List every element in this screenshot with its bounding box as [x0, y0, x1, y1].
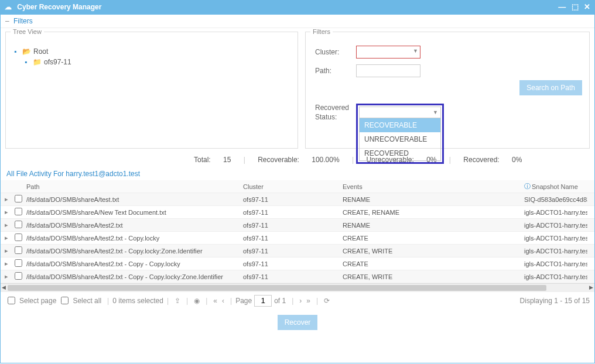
- recovered-label: Recovered:: [463, 156, 499, 164]
- cell-path: /ifs/data/DO/SMB/shareA/test2.txt - Copy…: [24, 248, 241, 255]
- cell-snapshot: igls-ADCTO1-harry.test1-: [522, 273, 587, 280]
- last-page-icon[interactable]: »: [306, 297, 310, 305]
- page-label: Page: [235, 297, 252, 305]
- cell-cluster: ofs97-11: [241, 222, 340, 229]
- cell-snapshot: igls-ADCTO1-harry.test1-: [522, 235, 587, 242]
- table-row[interactable]: ▸/ifs/data/DO/SMB/shareA/test2.txtofs97-…: [1, 219, 594, 232]
- row-checkbox[interactable]: [15, 195, 22, 202]
- col-snapshot[interactable]: ⓘ Snapshot Name: [522, 182, 587, 191]
- cell-path: /ifs/data/DO/SMB/shareA/test2.txt: [24, 222, 241, 229]
- window-title: Cyber Recovery Manager: [17, 3, 101, 11]
- recovered-value: 0%: [512, 156, 522, 164]
- col-events[interactable]: Events: [340, 183, 522, 190]
- expand-row-icon[interactable]: ▸: [1, 208, 12, 216]
- filters-section-header[interactable]: – Filters: [1, 15, 594, 28]
- recovered-status-list: RECOVERABLE UNRECOVERABLE RECOVERED: [359, 118, 441, 161]
- refresh-icon[interactable]: ⟳: [324, 297, 330, 305]
- expand-row-icon[interactable]: ▸: [1, 195, 12, 203]
- tree-root-label: Root: [33, 47, 48, 56]
- cell-cluster: ofs97-11: [241, 196, 340, 203]
- search-on-path-button[interactable]: Search on Path: [519, 80, 582, 95]
- table-row[interactable]: ▸/ifs/data/DO/SMB/shareA/test.txtofs97-1…: [1, 193, 594, 206]
- table-row[interactable]: ▸/ifs/data/DO/SMB/shareA/New Text Docume…: [1, 206, 594, 219]
- cell-snapshot: igls-ADCTO1-harry.test1-: [522, 260, 587, 267]
- first-page-icon[interactable]: «: [213, 297, 217, 305]
- cell-events: RENAME: [340, 196, 522, 203]
- row-checkbox[interactable]: [15, 246, 22, 254]
- row-checkbox[interactable]: [15, 233, 22, 241]
- filters-legend: Filters: [310, 28, 333, 35]
- expand-row-icon[interactable]: ▸: [1, 234, 12, 242]
- select-page-checkbox[interactable]: [8, 297, 15, 304]
- recover-button[interactable]: Recover: [278, 315, 318, 330]
- cluster-select[interactable]: [356, 46, 420, 59]
- table-row[interactable]: ▸/ifs/data/DO/SMB/shareA/test2.txt - Cop…: [1, 245, 594, 257]
- option-recovered[interactable]: RECOVERED: [360, 146, 440, 160]
- cell-path: /ifs/data/DO/SMB/shareA/test2.txt - Copy…: [24, 260, 241, 267]
- folder-icon: 📁: [33, 58, 42, 66]
- expand-row-icon[interactable]: ▸: [1, 260, 12, 267]
- cell-events: CREATE, WRITE: [340, 273, 522, 280]
- tree-child-label: ofs97-11: [44, 58, 71, 66]
- col-cluster[interactable]: Cluster: [241, 183, 340, 190]
- cell-path: /ifs/data/DO/SMB/shareA/test2.txt - Copy…: [24, 235, 241, 242]
- expand-row-icon[interactable]: ▸: [1, 247, 12, 255]
- scroll-left-icon[interactable]: ◀: [2, 284, 6, 290]
- cell-snapshot: igls-ADCTO1-harry.test1-: [522, 248, 587, 255]
- folder-open-icon: 📂: [22, 47, 31, 56]
- cell-cluster: ofs97-11: [241, 273, 340, 280]
- export-icon[interactable]: ⇪: [175, 297, 180, 305]
- maximize-icon[interactable]: ⬚: [572, 2, 579, 11]
- cell-events: RENAME: [340, 222, 522, 229]
- cell-events: CREATE: [340, 235, 522, 242]
- tree-collapse-icon[interactable]: ▪: [14, 47, 21, 56]
- cell-path: /ifs/data/DO/SMB/shareA/test2.txt - Copy…: [24, 273, 241, 280]
- scroll-thumb[interactable]: [8, 285, 546, 291]
- cell-cluster: ofs97-11: [241, 209, 340, 216]
- expand-row-icon[interactable]: ▸: [1, 273, 12, 280]
- chevron-down-icon: ▼: [433, 109, 438, 115]
- tree-view-panel: Tree View ▪ 📂 Root ▪ 📁 ofs97-11: [5, 32, 298, 149]
- recoverable-value: 100.00%: [312, 156, 339, 164]
- camera-icon[interactable]: ◉: [194, 297, 200, 305]
- expand-row-icon[interactable]: ▸: [1, 221, 12, 229]
- page-number-input[interactable]: [254, 295, 272, 307]
- scroll-right-icon[interactable]: ▶: [589, 284, 593, 290]
- horizontal-scrollbar[interactable]: ◀ ▶: [1, 283, 594, 291]
- cell-cluster: ofs97-11: [241, 248, 340, 255]
- row-checkbox[interactable]: [15, 272, 22, 280]
- table-row[interactable]: ▸/ifs/data/DO/SMB/shareA/test2.txt - Cop…: [1, 270, 594, 283]
- row-checkbox[interactable]: [15, 208, 22, 215]
- cell-events: CREATE, RENAME: [340, 209, 522, 216]
- col-path[interactable]: Path: [24, 183, 241, 190]
- minimize-icon[interactable]: —: [558, 2, 566, 11]
- table-row[interactable]: ▸/ifs/data/DO/SMB/shareA/test2.txt - Cop…: [1, 257, 594, 270]
- tree-root-row[interactable]: ▪ 📂 Root: [14, 46, 289, 57]
- cell-snapshot: igls-ADCTO1-harry.test1-: [522, 222, 587, 229]
- row-checkbox[interactable]: [15, 259, 22, 267]
- select-all-checkbox[interactable]: [61, 297, 69, 304]
- cell-events: CREATE: [340, 260, 522, 267]
- option-unrecoverable[interactable]: UNRECOVERABLE: [360, 132, 440, 146]
- pager-toolbar: Select page Select all | 0 items selecte…: [1, 291, 594, 309]
- next-page-icon[interactable]: ›: [299, 297, 302, 305]
- cell-cluster: ofs97-11: [241, 260, 340, 267]
- path-input[interactable]: [356, 64, 420, 77]
- path-label: Path:: [315, 67, 356, 75]
- table-row[interactable]: ▸/ifs/data/DO/SMB/shareA/test2.txt - Cop…: [1, 232, 594, 245]
- prev-page-icon[interactable]: ‹: [222, 297, 224, 305]
- filters-panel: Filters Cluster: ▼ Path: Search on Path …: [305, 32, 590, 149]
- grid-header-row: Path Cluster Events ⓘ Snapshot Name: [1, 180, 594, 193]
- cluster-label: Cluster:: [315, 48, 356, 56]
- tree-expand-icon[interactable]: ▪: [25, 58, 32, 66]
- recovered-status-dropdown[interactable]: ▼ RECOVERABLE UNRECOVERABLE RECOVERED: [356, 104, 444, 164]
- tree-child-row[interactable]: ▪ 📁 ofs97-11: [25, 57, 289, 67]
- page-of-label: of 1: [274, 297, 286, 305]
- option-recoverable[interactable]: RECOVERABLE: [360, 118, 440, 132]
- row-checkbox[interactable]: [15, 221, 22, 228]
- collapse-icon[interactable]: –: [5, 17, 9, 25]
- close-icon[interactable]: ✕: [584, 2, 590, 11]
- recovered-status-input[interactable]: ▼: [359, 107, 441, 118]
- select-all-label: Select all: [73, 297, 101, 305]
- cell-path: /ifs/data/DO/SMB/shareA/New Text Documen…: [24, 209, 241, 216]
